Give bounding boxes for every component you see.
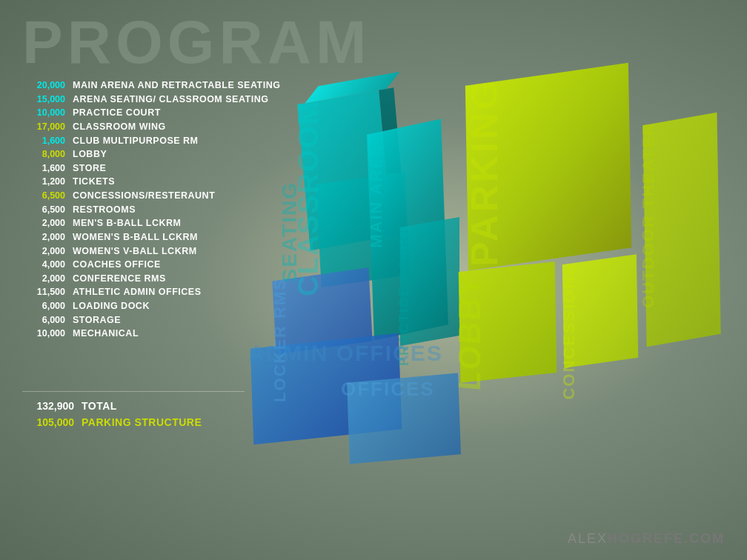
program-number: 15,000 bbox=[22, 94, 73, 106]
program-number: 6,500 bbox=[22, 204, 73, 216]
program-number: 17,000 bbox=[22, 121, 73, 133]
program-label: COACHES OFFICE bbox=[73, 259, 161, 271]
watermark-suffix: HOGREFE.COM bbox=[608, 531, 725, 546]
total-number: 132,900 bbox=[22, 400, 82, 412]
program-number: 20,000 bbox=[22, 80, 73, 92]
program-label: MEN'S B-BALL LCKRM bbox=[73, 218, 181, 230]
program-label: CONFERENCE RMS bbox=[73, 273, 166, 285]
parking-block bbox=[465, 63, 631, 270]
program-label: STORE bbox=[73, 163, 106, 175]
concessions-block bbox=[562, 254, 638, 368]
watermark-prefix: ALEX bbox=[568, 531, 608, 546]
program-number: 6,000 bbox=[22, 315, 73, 327]
seating-block-text: SEATING bbox=[278, 181, 302, 282]
program-label: LOBBY bbox=[73, 149, 107, 161]
program-number: 8,000 bbox=[22, 149, 73, 161]
program-number: 2,000 bbox=[22, 232, 73, 244]
total-row: 132,900 TOTAL bbox=[22, 400, 202, 412]
program-label: ARENA SEATING/ CLASSROOM SEATING bbox=[73, 94, 268, 106]
total-section: 132,900 TOTAL 105,000 PARKING STRUCTURE bbox=[22, 400, 202, 433]
program-number: 2,000 bbox=[22, 273, 73, 285]
program-number: 2,000 bbox=[22, 218, 73, 230]
watermark: ALEXHOGREFE.COM bbox=[568, 531, 725, 547]
blocks-area: CLASSROOM SEATING MAIN ARENA PRACTICE CO… bbox=[252, 59, 747, 560]
program-label: PRACTICE COURT bbox=[73, 107, 161, 119]
parking-number: 105,000 bbox=[22, 416, 82, 428]
program-number: 10,000 bbox=[22, 107, 73, 119]
program-number: 6,500 bbox=[22, 190, 73, 202]
program-number: 10,000 bbox=[22, 328, 73, 340]
outdoor-block bbox=[643, 113, 720, 347]
program-number: 4,000 bbox=[22, 259, 73, 271]
program-number: 1,200 bbox=[22, 176, 73, 188]
practice-block bbox=[400, 217, 459, 346]
program-label: WOMEN'S V-BALL LCKRM bbox=[73, 246, 197, 258]
program-label: MAIN ARENA AND RETRACTABLE SEATING bbox=[73, 80, 280, 92]
offices-block bbox=[347, 373, 461, 464]
program-label: STORAGE bbox=[73, 315, 121, 327]
total-label: TOTAL bbox=[82, 400, 117, 412]
program-label: TICKETS bbox=[73, 176, 115, 188]
program-label: CLUB MULTIPURPOSE RM bbox=[73, 136, 199, 147]
program-label: CLASSROOM WING bbox=[73, 121, 166, 133]
program-label: MECHANICAL bbox=[73, 328, 139, 340]
program-label: ATHLETIC ADMIN OFFICES bbox=[73, 287, 202, 299]
program-number: 1,600 bbox=[22, 136, 73, 147]
program-number: 6,000 bbox=[22, 301, 73, 313]
program-label: RESTROOMS bbox=[73, 204, 136, 216]
program-label: WOMEN'S B-BALL LCKRM bbox=[73, 232, 198, 244]
program-label: CONCESSIONS/RESTERAUNT bbox=[73, 190, 215, 202]
program-number: 11,500 bbox=[22, 287, 73, 299]
program-number: 1,600 bbox=[22, 163, 73, 175]
program-number: 2,000 bbox=[22, 246, 73, 258]
program-label: LOADING DOCK bbox=[73, 301, 150, 313]
parking-label: PARKING STRUCTURE bbox=[82, 416, 202, 428]
parking-row: 105,000 PARKING STRUCTURE bbox=[22, 416, 202, 428]
separator bbox=[22, 391, 245, 392]
lobby-block bbox=[459, 261, 557, 382]
